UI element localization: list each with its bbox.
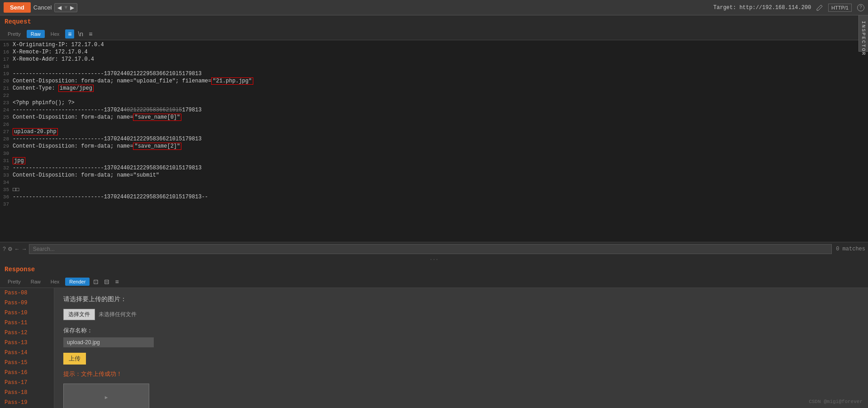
search-input[interactable] <box>29 244 832 254</box>
target-label: Target: http://192.168.114.200 <box>713 5 811 11</box>
code-line-32: 32 ----------------------------137024402… <box>0 164 868 172</box>
response-hex-btn[interactable]: Hex <box>47 278 64 286</box>
response-icon2-btn[interactable]: ⊟ <box>102 277 111 286</box>
help-icon[interactable]: ? <box>857 4 864 11</box>
no-file-label: 未选择任何文件 <box>99 311 137 318</box>
sidebar-pass-14[interactable]: Pass-14 <box>0 348 54 358</box>
save-name-input[interactable] <box>63 337 154 347</box>
response-section: Response Pretty Raw Hex Render ⊡ ⊟ ≡ Pas… <box>0 263 868 408</box>
code-line-35: 35 □□ <box>0 186 868 193</box>
sidebar-pass-17[interactable]: Pass-17 <box>0 378 54 388</box>
request-list-btn[interactable]: ≡ <box>87 29 94 38</box>
success-message: 提示：文件上传成功！ <box>63 370 859 378</box>
response-header: Response <box>0 263 868 276</box>
request-toolbar: Pretty Raw Hex ≡ \n ≡ <box>0 28 868 40</box>
sidebar-pass-16[interactable]: Pass-16 <box>0 368 54 378</box>
file-input-row: 选择文件 未选择任何文件 <box>63 309 859 320</box>
nav-forward-button[interactable]: ▶ <box>67 4 77 12</box>
search-match-count: 0 matches <box>834 246 865 252</box>
edit-icon[interactable] <box>816 5 823 11</box>
cancel-button[interactable]: Cancel <box>33 4 52 11</box>
top-bar: Send Cancel ◀ ▼ ▶ Target: http://192.168… <box>0 0 868 15</box>
upload-button[interactable]: 上传 <box>63 353 86 365</box>
response-toolbar: Pretty Raw Hex Render ⊡ ⊟ ≡ <box>0 276 868 288</box>
sidebar-pass-19[interactable]: Pass-19 <box>0 398 54 408</box>
sidebar-pass-09[interactable]: Pass-09 <box>0 298 54 308</box>
watermark: CSDN @migi@forever <box>809 399 863 404</box>
code-line-15: 15 X-Originating-IP: 172.17.0.4 <box>0 41 868 48</box>
request-pretty-btn[interactable]: Pretty <box>4 30 25 38</box>
top-right: Target: http://192.168.114.200 HTTP/1 ? <box>713 4 864 12</box>
request-format-btn[interactable]: ≡ <box>65 29 74 38</box>
code-line-25: 25 Content-Disposition: form-data; name=… <box>0 114 868 121</box>
upload-prompt: 请选择要上传的图片： <box>63 295 859 303</box>
code-line-23: 23 <?php phpinfo(); ?> <box>0 99 868 106</box>
code-line-31: 31 jpg <box>0 157 868 164</box>
response-main: 请选择要上传的图片： 选择文件 未选择任何文件 保存名称： 上传 提示：文件上传… <box>54 288 868 408</box>
code-line-27: 27 upload-20.php <box>0 128 868 135</box>
main-content: Request Pretty Raw Hex ≡ \n ≡ 15 X-Origi… <box>0 15 868 408</box>
sidebar-pass-12[interactable]: Pass-12 <box>0 328 54 338</box>
search-settings-btn[interactable]: ⚙ <box>8 246 13 252</box>
code-line-21: 21 Content-Type: image/jpeg <box>0 85 868 92</box>
inspector-tab[interactable]: INSPECTOR <box>859 15 868 52</box>
code-line-34: 34 <box>0 179 868 186</box>
response-icon3-btn[interactable]: ≡ <box>113 277 120 286</box>
sidebar-pass-18[interactable]: Pass-18 <box>0 388 54 398</box>
sidebar-pass-15[interactable]: Pass-15 <box>0 358 54 368</box>
request-newline-btn[interactable]: \n <box>76 29 85 38</box>
send-button[interactable]: Send <box>4 2 31 13</box>
response-raw-btn[interactable]: Raw <box>27 278 45 286</box>
response-sidebar: Pass-08 Pass-09 Pass-10 Pass-11 Pass-12 … <box>0 288 54 408</box>
choose-file-button[interactable]: 选择文件 <box>63 309 95 320</box>
search-bar: ? ⚙ ← → 0 matches <box>0 242 868 256</box>
search-help-btn[interactable]: ? <box>3 246 6 252</box>
code-line-18: 18 <box>0 63 868 70</box>
section-divider[interactable]: ··· <box>0 256 868 263</box>
http-version-button[interactable]: HTTP/1 <box>828 4 852 12</box>
search-next-btn[interactable]: → <box>22 246 27 252</box>
code-line-28: 28 ----------------------------137024402… <box>0 135 868 143</box>
response-pretty-btn[interactable]: Pretty <box>4 278 25 286</box>
code-line-26: 26 <box>0 121 868 128</box>
save-name-label: 保存名称： <box>63 326 859 335</box>
response-render-btn[interactable]: Render <box>65 278 90 286</box>
request-section: Request Pretty Raw Hex ≡ \n ≡ <box>0 15 868 40</box>
code-line-33: 33 Content-Disposition: form-data; name=… <box>0 172 868 179</box>
code-line-29: 29 Content-Disposition: form-data; name=… <box>0 143 868 150</box>
code-line-20: 20 Content-Disposition: form-data; name=… <box>0 77 868 85</box>
code-line-22: 22 <box>0 92 868 99</box>
sidebar-pass-13[interactable]: Pass-13 <box>0 338 54 348</box>
request-raw-btn[interactable]: Raw <box>27 30 45 38</box>
code-line-30: 30 <box>0 150 868 157</box>
code-line-17: 17 X-Remote-Addr: 172.17.0.4 <box>0 56 868 63</box>
nav-back-button[interactable]: ◀ <box>55 4 64 12</box>
sidebar-pass-08[interactable]: Pass-08 <box>0 288 54 298</box>
request-hex-btn[interactable]: Hex <box>47 30 64 38</box>
sidebar-pass-11[interactable]: Pass-11 <box>0 318 54 328</box>
nav-arrows: ◀ ▼ ▶ <box>54 3 77 12</box>
search-prev-btn[interactable]: ← <box>14 246 20 252</box>
sidebar-pass-10[interactable]: Pass-10 <box>0 308 54 318</box>
response-icon1-btn[interactable]: ⊡ <box>91 277 100 286</box>
code-line-19: 19 ----------------------------137024402… <box>0 70 868 77</box>
response-render: Pass-08 Pass-09 Pass-10 Pass-11 Pass-12 … <box>0 288 868 408</box>
code-line-36: 36 ----------------------------137024402… <box>0 193 868 201</box>
image-preview: ▶ <box>63 384 149 408</box>
request-editor[interactable]: 15 X-Originating-IP: 172.17.0.4 16 X-Rem… <box>0 40 868 242</box>
code-line-37: 37 <box>0 201 868 208</box>
code-line-16: 16 X-Remote-IP: 172.17.0.4 <box>0 48 868 56</box>
nav-separator: ▼ <box>64 5 67 11</box>
image-placeholder: ▶ <box>105 394 108 400</box>
code-line-24: 24 ----------------------------137024402… <box>0 106 868 114</box>
request-header: Request <box>0 15 868 28</box>
